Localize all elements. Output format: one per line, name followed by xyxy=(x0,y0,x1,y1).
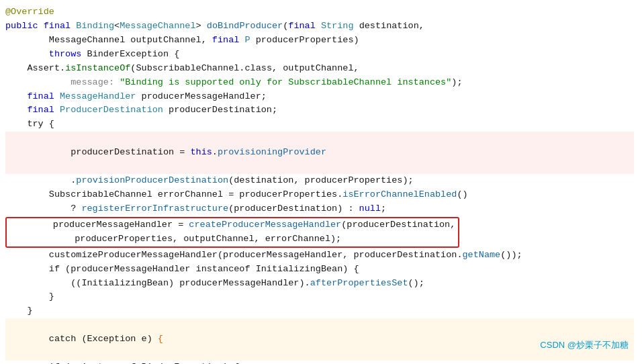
code-line-19: } xyxy=(5,290,634,304)
code-line-5: Assert.isInstanceOf(SubscribableChannel.… xyxy=(5,62,634,76)
code-line-17: if (producerMessageHandler instanceof In… xyxy=(5,263,634,277)
code-line-6: message: "Binding is supported only for … xyxy=(5,76,634,90)
code-area: @Override public final Binding<MessageCh… xyxy=(0,0,642,364)
code-line-10: producerDestination = this.provisioningP… xyxy=(5,132,634,174)
code-line-20: } xyxy=(5,304,634,318)
code-line-13: ? registerErrorInfrastructure(producerDe… xyxy=(5,202,634,216)
code-line-12: SubscribableChannel errorChannel = produ… xyxy=(5,188,634,202)
watermark-prefix: CSDN xyxy=(540,340,567,350)
code-line-11: .provisionProducerDestination(destinatio… xyxy=(5,174,634,188)
code-line-9: try { xyxy=(5,118,634,132)
code-line-22: if (e instanceof BinderException) { xyxy=(5,361,634,364)
boxed-block: producerMessageHandler = createProducerM… xyxy=(5,217,459,248)
code-line-18: ((InitializingBean) producerMessageHandl… xyxy=(5,277,634,291)
code-line-2: public final Binding<MessageChannel> doB… xyxy=(5,19,634,34)
code-line-7: final MessageHandler producerMessageHand… xyxy=(5,90,634,104)
code-line-4: throws BinderException { xyxy=(5,48,634,62)
code-line-15: producerProperties, outputChannel, error… xyxy=(9,232,455,246)
code-line-16: customizeProducerMessageHandler(producer… xyxy=(5,248,634,263)
annotation: @Override xyxy=(5,5,54,19)
code-line-8: final ProducerDestination producerDestin… xyxy=(5,103,634,118)
code-line-14: producerMessageHandler = createProducerM… xyxy=(9,218,455,232)
watermark-handle: @炒栗子不加糖 xyxy=(567,340,629,350)
watermark: CSDN @炒栗子不加糖 xyxy=(540,338,629,352)
code-line-1: @Override xyxy=(5,5,634,19)
code-line-3: MessageChannel outputChannel, final P pr… xyxy=(5,34,634,48)
